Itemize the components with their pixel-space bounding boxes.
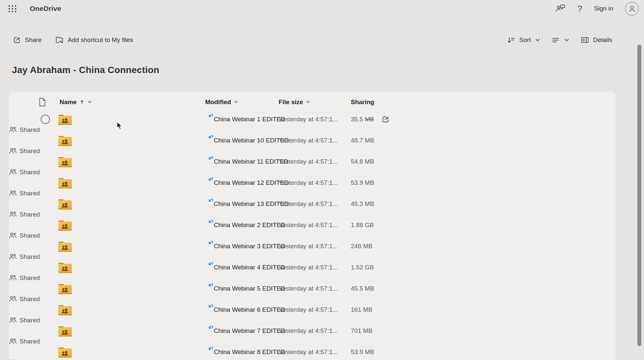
table-row[interactable]: China Webinar 11 EDITED Yesterday at 4:5… [9,155,616,176]
header-file-size[interactable]: File size [279,99,351,106]
row-size-cell: 45.5 MB [351,285,616,292]
row-select-cell[interactable] [33,242,52,251]
row-icon-cell [52,282,205,295]
modified-value: Yesterday at 4:57:1... [279,158,338,165]
header-type-cell[interactable] [33,97,52,107]
row-modified-cell: Yesterday at 4:57:1... [279,285,351,292]
header-sharing-label[interactable]: Sharing [351,99,374,106]
row-select-cell[interactable] [33,305,52,314]
table-row[interactable]: China Webinar 10 EDITED Yesterday at 4:5… [9,134,616,155]
row-sharing-cell[interactable]: Shared [9,147,33,155]
row-name-cell: China Webinar 7 EDITED [205,324,279,338]
account-button[interactable] [625,2,639,16]
folder-name-link[interactable]: China Webinar 13 EDITED [214,200,289,208]
folder-name-link[interactable]: China Webinar 11 EDITED [214,158,288,165]
onedrive-page: { "topbar": { "app_title": "OneDrive", "… [0,0,644,360]
sort-label: Sort [519,36,531,44]
row-select-cell[interactable] [33,326,52,336]
folder-name-link[interactable]: China Webinar 2 EDITED [214,221,285,229]
shared-people-icon [9,274,17,281]
row-select-cell[interactable] [33,136,52,145]
row-sharing-cell[interactable]: Shared [9,274,33,282]
row-select-cell[interactable] [33,199,52,209]
row-select-radio[interactable] [41,115,50,124]
table-row[interactable]: China Webinar 5 EDITED Yesterday at 4:57… [9,282,616,303]
row-name-cell: China Webinar 2 EDITED [205,219,279,232]
table-row[interactable]: China Webinar 12 EDITED Yesterday at 4:5… [9,176,616,197]
folder-name-link[interactable]: China Webinar 12 EDITED [214,179,289,186]
table-row[interactable]: China Webinar 7 EDITED Yesterday at 4:57… [9,324,616,345]
row-name-cell: China Webinar 8 EDITED [205,345,279,359]
share-label: Share [25,36,42,44]
row-sharing-cell[interactable]: Shared [9,296,33,303]
header-modified-label[interactable]: Modified [205,99,231,106]
folder-name-link[interactable]: China Webinar 3 EDITED [214,243,285,250]
shortcut-arrow-icon [207,177,213,183]
details-label: Details [593,36,612,44]
feedback-button[interactable] [556,4,566,13]
file-size-value: 48.7 MB [351,137,374,144]
folder-name-link[interactable]: China Webinar 6 EDITED [214,306,285,313]
row-sharing-cell[interactable]: Shared [9,232,33,239]
row-select-cell[interactable] [33,263,52,272]
sign-in-button[interactable]: Sign in [594,5,613,12]
row-icon-cell [52,303,205,316]
folder-name-link[interactable]: China Webinar 1 EDITED [214,116,285,123]
table-row[interactable]: China Webinar 3 EDITED Yesterday at 4:57… [9,240,616,261]
modified-value: Yesterday at 4:57:1... [279,116,338,123]
folder-name-link[interactable]: China Webinar 4 EDITED [214,264,285,271]
shared-folder-icon [57,219,73,232]
shared-folder-icon [57,134,73,147]
chevron-down-icon [535,38,540,42]
row-sharing-cell[interactable]: Shared [9,317,33,324]
shared-folder-icon [57,261,73,274]
table-row[interactable]: China Webinar 4 EDITED Yesterday at 4:57… [9,261,616,282]
shortcut-arrow-icon [207,198,213,204]
row-icon-cell [52,240,205,253]
modified-value: Yesterday at 4:57:1... [279,221,338,228]
app-launcher-button[interactable] [7,3,18,14]
shared-people-icon [9,338,17,345]
row-sharing-cell[interactable]: Shared [9,253,33,260]
header-name-label[interactable]: Name [60,99,77,106]
row-select-cell[interactable] [33,347,52,357]
row-select-cell[interactable] [33,178,52,187]
table-row[interactable]: China Webinar 6 EDITED Yesterday at 4:57… [9,303,616,324]
row-sharing-cell[interactable]: Shared [9,338,33,345]
row-select-cell[interactable] [33,220,52,230]
sort-button[interactable]: Sort [506,34,541,46]
table-row[interactable]: China Webinar 1 EDITED Yesterday at 4:57… [9,113,616,134]
details-button[interactable]: Details [580,34,613,46]
folder-name-link[interactable]: China Webinar 8 EDITED [214,348,285,356]
header-file-size-label[interactable]: File size [279,99,303,106]
row-size-cell: 701 MB [351,327,616,335]
table-row[interactable]: China Webinar 2 EDITED Yesterday at 4:57… [9,219,616,240]
sharing-status: Shared [20,169,40,176]
row-sharing-cell[interactable]: Shared [9,126,33,134]
share-button[interactable]: Share [12,34,42,46]
table-row[interactable]: China Webinar 13 EDITED Yesterday at 4:5… [9,197,616,219]
row-icon-cell [52,345,205,359]
row-select-cell[interactable] [33,157,52,166]
row-name-cell: China Webinar 11 EDITED [205,155,279,169]
row-sharing-cell[interactable]: Shared [9,190,33,197]
table-row[interactable]: China Webinar 8 EDITED Yesterday at 4:57… [9,345,616,360]
header-name[interactable]: Name [52,92,205,112]
modified-value: Yesterday at 4:57:1... [279,243,338,250]
row-name-cell: China Webinar 12 EDITED [205,176,279,190]
row-sharing-cell[interactable]: Shared [9,169,33,176]
vertical-scrollbar-thumb[interactable] [637,45,641,346]
row-select-cell[interactable] [33,284,52,293]
folder-name-link[interactable]: China Webinar 7 EDITED [214,327,285,335]
row-sharing-cell[interactable]: Shared [9,211,33,218]
add-shortcut-button[interactable]: Add shortcut to My files [54,34,134,46]
folder-name-link[interactable]: China Webinar 5 EDITED [214,285,285,292]
row-select-cell[interactable] [33,115,52,124]
shared-folder-icon [57,282,73,295]
header-modified[interactable]: Modified [205,99,279,106]
folder-name-link[interactable]: China Webinar 10 EDITED [214,137,289,144]
help-button[interactable]: ? [577,4,582,14]
header-sharing[interactable]: Sharing [351,99,616,106]
view-options-button[interactable] [551,34,570,46]
row-size-cell: 45.3 MB [351,200,616,208]
